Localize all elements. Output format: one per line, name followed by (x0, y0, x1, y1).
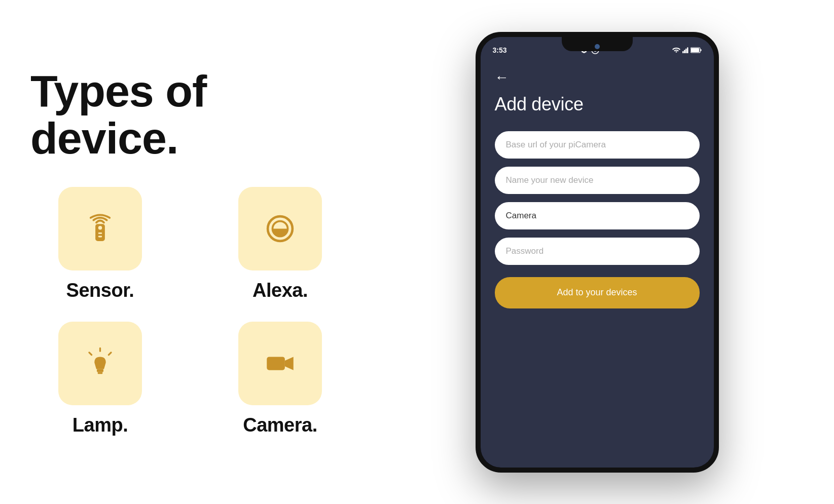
name-field-container (495, 167, 700, 194)
camera-icon-box (238, 322, 322, 405)
sensor-icon (81, 210, 119, 248)
svg-rect-14 (682, 51, 684, 53)
url-input[interactable] (506, 140, 688, 150)
status-right-icons (672, 47, 702, 53)
device-item-camera: Camera. (210, 322, 350, 436)
add-to-devices-button[interactable]: Add to your devices (495, 277, 700, 308)
phone-camera-dot (595, 44, 600, 49)
password-input[interactable] (506, 246, 688, 256)
alexa-icon (261, 210, 299, 248)
svg-rect-10 (98, 372, 102, 374)
password-field-container (495, 238, 700, 265)
svg-rect-20 (700, 49, 701, 51)
signal-status-icon (682, 47, 688, 53)
left-section: Types of device. Sensor. (0, 37, 380, 467)
right-section: 3:53 (380, 32, 834, 473)
phone-screen: 3:53 (481, 37, 714, 468)
device-item-lamp: Lamp. (30, 322, 170, 436)
device-grid: Sensor. Alexa. (30, 187, 350, 436)
name-input[interactable] (506, 175, 688, 185)
alexa-icon-box (238, 187, 322, 270)
battery-status-icon (691, 47, 702, 53)
add-button-label: Add to your devices (557, 287, 637, 298)
phone-side-button-1 (717, 128, 719, 159)
phone-side-button-2 (717, 169, 719, 189)
screen-title: Add device (495, 94, 700, 115)
url-field-container (495, 131, 700, 159)
svg-rect-17 (687, 47, 688, 53)
back-button[interactable]: ← (495, 69, 700, 86)
camera-label: Camera. (243, 414, 317, 436)
settings-status-icon (580, 46, 588, 54)
svg-rect-11 (267, 357, 285, 370)
svg-rect-3 (98, 236, 102, 237)
type-field-container (495, 202, 700, 229)
camera-icon (261, 344, 299, 382)
svg-rect-16 (685, 49, 687, 53)
sensor-label: Sensor. (66, 280, 134, 301)
page-title: Types of device. (30, 68, 350, 162)
device-item-sensor: Sensor. (30, 187, 170, 301)
svg-rect-9 (97, 369, 103, 372)
svg-line-8 (108, 353, 111, 355)
device-item-alexa: Alexa. (210, 187, 350, 301)
lamp-label: Lamp. (72, 414, 128, 436)
status-time: 3:53 (493, 46, 507, 54)
phone-mockup: 3:53 (476, 32, 719, 473)
type-input[interactable] (506, 211, 688, 221)
lamp-icon (81, 344, 119, 382)
svg-rect-2 (98, 232, 102, 234)
sensor-icon-box (58, 187, 142, 270)
lamp-icon-box (58, 322, 142, 405)
svg-point-1 (98, 226, 102, 230)
svg-rect-19 (691, 48, 699, 52)
wifi-status-icon (672, 47, 680, 53)
phone-content: ← Add device (481, 59, 714, 468)
svg-line-7 (89, 353, 92, 355)
alexa-label: Alexa. (252, 280, 308, 301)
svg-rect-15 (684, 50, 685, 53)
